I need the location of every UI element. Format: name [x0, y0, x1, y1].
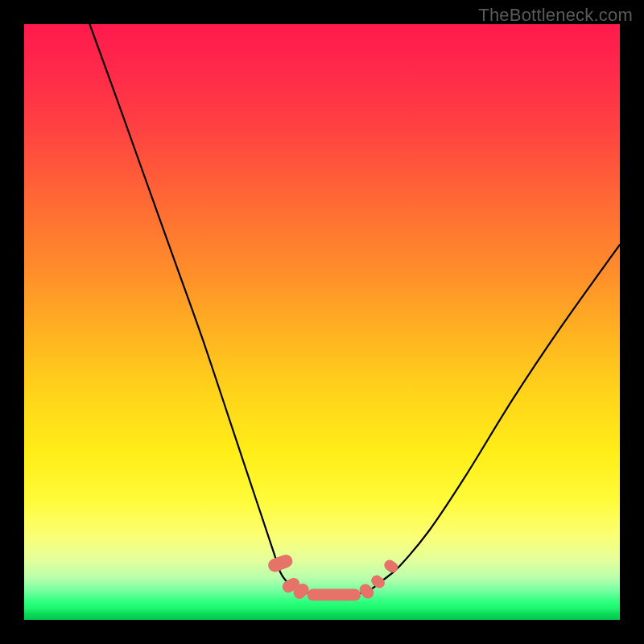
plot-area — [24, 24, 620, 620]
trough-marker — [369, 573, 386, 590]
bottleneck-curve — [89, 24, 620, 595]
trough-marker — [382, 558, 400, 575]
curve-svg — [24, 24, 620, 620]
chart-frame: TheBottleneck.com — [0, 0, 644, 644]
trough-marker — [308, 589, 361, 601]
curve-path — [89, 24, 620, 595]
watermark-text: TheBottleneck.com — [478, 5, 633, 26]
marker-group — [266, 553, 400, 601]
